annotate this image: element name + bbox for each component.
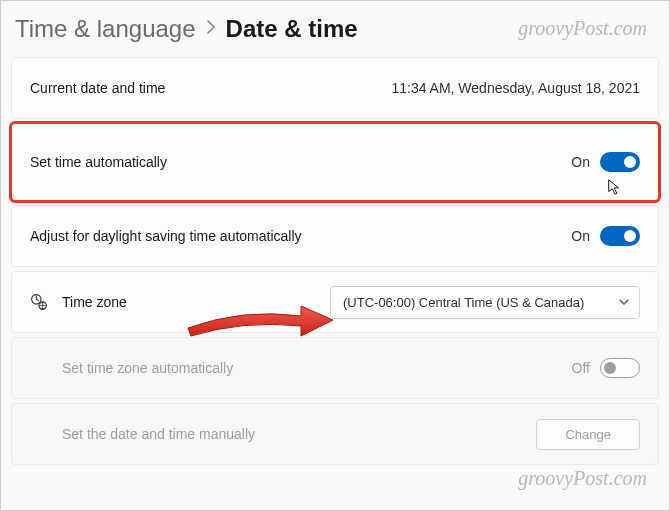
chevron-right-icon — [206, 20, 216, 38]
row-label: Adjust for daylight saving time automati… — [30, 228, 571, 244]
toggle-state-text: On — [571, 154, 590, 170]
row-set-time-automatically: Set time automatically On — [11, 123, 659, 201]
row-label: Set time zone automatically — [62, 360, 572, 376]
row-label: Current date and time — [30, 80, 391, 96]
breadcrumb-parent-link[interactable]: Time & language — [15, 15, 196, 43]
row-set-tz-auto: Set time zone automatically Off — [11, 337, 659, 399]
toggle-dst-auto[interactable] — [600, 226, 640, 246]
globe-clock-icon — [30, 293, 48, 311]
chevron-down-icon — [619, 296, 629, 308]
row-time-zone: Time zone (UTC-06:00) Central Time (US &… — [11, 271, 659, 333]
toggle-set-tz-auto — [600, 358, 640, 378]
row-current-datetime: Current date and time 11:34 AM, Wednesda… — [11, 57, 659, 119]
row-label: Set the date and time manually — [62, 426, 536, 442]
change-button: Change — [536, 419, 640, 450]
breadcrumb: Time & language Date & time groovyPost.c… — [11, 9, 659, 57]
watermark: groovyPost.com — [518, 467, 647, 490]
watermark: groovyPost.com — [518, 17, 647, 40]
row-label: Time zone — [62, 294, 330, 310]
toggle-state-text: Off — [572, 360, 590, 376]
row-set-manual: Set the date and time manually Change — [11, 403, 659, 465]
timezone-select-value: (UTC-06:00) Central Time (US & Canada) — [343, 295, 584, 310]
page-title: Date & time — [226, 15, 358, 43]
current-datetime-value: 11:34 AM, Wednesday, August 18, 2021 — [391, 80, 640, 96]
row-label: Set time automatically — [30, 154, 571, 170]
timezone-select[interactable]: (UTC-06:00) Central Time (US & Canada) — [330, 286, 640, 319]
toggle-set-time-auto[interactable] — [600, 152, 640, 172]
toggle-state-text: On — [571, 228, 590, 244]
row-dst-auto: Adjust for daylight saving time automati… — [11, 205, 659, 267]
